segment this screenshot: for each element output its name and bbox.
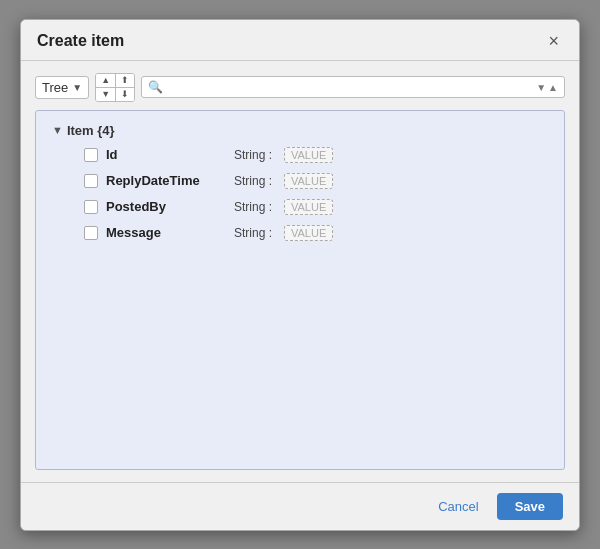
tree-dropdown-arrow: ▼ — [72, 82, 82, 93]
tree-root-label: Item {4} — [67, 123, 115, 138]
tree-root: ▼ Item {4} — [36, 119, 564, 142]
toolbar: Tree ▼ ▲ ▼ ⬆ ⬇ 🔍 ▼ ▲ — [35, 73, 565, 102]
cancel-button[interactable]: Cancel — [430, 495, 486, 518]
tree-panel: ▼ Item {4} IdString :VALUEReplyDateTimeS… — [35, 110, 565, 470]
field-value[interactable]: VALUE — [284, 225, 333, 241]
field-checkbox[interactable] — [84, 200, 98, 214]
search-down-icon[interactable]: ▼ — [536, 82, 546, 93]
tree-dropdown-label: Tree — [42, 80, 68, 95]
tree-dropdown[interactable]: Tree ▼ — [35, 76, 89, 99]
dialog-header: Create item × — [21, 20, 579, 61]
table-row: MessageString :VALUE — [36, 220, 564, 246]
field-type: String : — [234, 226, 272, 240]
search-nav: ▼ ▲ — [536, 82, 558, 93]
search-input[interactable] — [167, 80, 532, 94]
field-value[interactable]: VALUE — [284, 199, 333, 215]
field-value[interactable]: VALUE — [284, 173, 333, 189]
create-item-dialog: Create item × Tree ▼ ▲ ▼ ⬆ ⬇ — [20, 19, 580, 531]
search-box: 🔍 ▼ ▲ — [141, 76, 565, 98]
dialog-title: Create item — [37, 32, 124, 50]
table-row: PostedByString :VALUE — [36, 194, 564, 220]
field-type: String : — [234, 200, 272, 214]
field-name: PostedBy — [106, 199, 226, 214]
field-value[interactable]: VALUE — [284, 147, 333, 163]
dialog-body: Tree ▼ ▲ ▼ ⬆ ⬇ 🔍 ▼ ▲ — [21, 61, 579, 482]
table-row: IdString :VALUE — [36, 142, 564, 168]
field-name: Message — [106, 225, 226, 240]
field-name: ReplyDateTime — [106, 173, 226, 188]
field-checkbox[interactable] — [84, 174, 98, 188]
save-button[interactable]: Save — [497, 493, 563, 520]
field-checkbox[interactable] — [84, 226, 98, 240]
move-down-button[interactable]: ▼ — [96, 88, 115, 101]
field-checkbox[interactable] — [84, 148, 98, 162]
sort-desc-button[interactable]: ⬇ — [116, 88, 134, 101]
field-name: Id — [106, 147, 226, 162]
sort-asc-button[interactable]: ⬆ — [116, 74, 134, 88]
close-button[interactable]: × — [544, 32, 563, 50]
tree-fields: IdString :VALUEReplyDateTimeString :VALU… — [36, 142, 564, 246]
field-type: String : — [234, 174, 272, 188]
dialog-footer: Cancel Save — [21, 482, 579, 530]
field-type: String : — [234, 148, 272, 162]
search-up-icon[interactable]: ▲ — [548, 82, 558, 93]
table-row: ReplyDateTimeString :VALUE — [36, 168, 564, 194]
search-icon: 🔍 — [148, 80, 163, 94]
tree-toggle-icon[interactable]: ▼ — [52, 124, 63, 136]
move-up-button[interactable]: ▲ — [96, 74, 115, 88]
